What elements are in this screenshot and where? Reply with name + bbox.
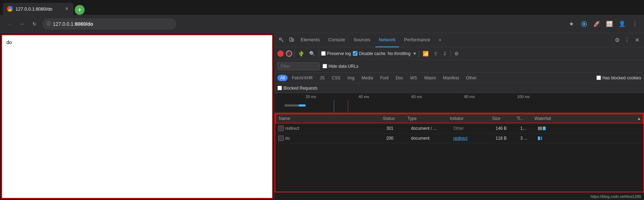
filter-manifest[interactable]: Manifest	[440, 75, 462, 81]
browser-window: 127.0.0.1:8080/do × + ← → ↻ ⓘ 127.0.0.1:…	[0, 0, 644, 200]
filter-wasm[interactable]: Wasm	[421, 75, 439, 81]
url-host: 127.0.0.1:	[53, 21, 75, 27]
reload-button[interactable]: ↻	[30, 19, 39, 29]
row-time-do: 3 ...	[517, 136, 535, 141]
filter-media[interactable]: Media	[359, 75, 376, 81]
timeline-label-20ms: 20 ms	[306, 95, 316, 99]
disable-cache-input[interactable]	[353, 51, 357, 56]
forward-button[interactable]: →	[17, 19, 27, 29]
row-status-do: 200	[384, 136, 408, 141]
row-size-redirect: 146 B	[493, 126, 517, 131]
waterfall-bars-do	[538, 137, 640, 140]
wifi-icon[interactable]: 📶	[421, 50, 430, 57]
col-initiator[interactable]: Initiator	[447, 116, 489, 121]
row-checkbox-redirect[interactable]	[278, 126, 284, 131]
status-bar: https://blog.csdn.net/test1280	[275, 192, 644, 200]
filter-font[interactable]: Font	[377, 75, 391, 81]
throttling-dropdown-arrow[interactable]: ▼	[412, 51, 417, 56]
tab-close-button[interactable]: ×	[65, 5, 69, 13]
filter-icon[interactable]: 🌵	[297, 50, 306, 57]
col-waterfall[interactable]: Waterfall	[532, 116, 636, 121]
separator2	[319, 50, 319, 57]
has-blocked-cookies-input[interactable]	[596, 75, 601, 80]
new-tab-button[interactable]: +	[75, 5, 85, 15]
filter-css[interactable]: CSS	[329, 75, 343, 81]
tab-title: 127.0.0.1:8080/do	[16, 6, 62, 12]
filter-fetch-xhr[interactable]: Fetch/XHR	[289, 75, 315, 81]
row-name-text-redirect: redirect	[285, 126, 299, 131]
filter-all[interactable]: All	[277, 75, 288, 81]
main-area: do Elements Console Sources	[0, 33, 644, 200]
devtools-more-icon[interactable]: ⋮	[623, 36, 631, 44]
row-checkbox-do[interactable]	[278, 135, 284, 141]
upload-icon[interactable]: ⇧	[432, 50, 439, 57]
tab-sources[interactable]: Sources	[350, 33, 374, 47]
filter-bar: Hide data URLs	[275, 60, 644, 73]
wf-blue-bar	[543, 127, 546, 130]
inspect-element-icon[interactable]	[277, 36, 286, 44]
svg-rect-3	[290, 38, 292, 41]
extension-icon1[interactable]	[579, 19, 589, 29]
wf-gray-bar	[538, 127, 542, 130]
import-icon[interactable]: ⚙	[453, 50, 460, 57]
filter-input[interactable]	[277, 62, 320, 70]
devtools-close-button[interactable]: ✕	[633, 36, 641, 44]
timeline-minibar-gray	[284, 104, 299, 107]
row-waterfall-do	[535, 137, 643, 140]
table-row[interactable]: redirect 301 document / ... Other 146 B …	[275, 123, 643, 133]
profile-button[interactable]: 👤	[617, 19, 627, 29]
clear-button[interactable]: 🚫	[286, 50, 292, 57]
type-filter-row: All Fetch/XHR JS CSS Img Media	[275, 73, 644, 83]
col-status[interactable]: Status	[380, 116, 405, 121]
device-toolbar-icon[interactable]	[287, 36, 296, 44]
extensions-button[interactable]: 🪟	[605, 19, 614, 29]
timeline-blue-vline	[334, 100, 334, 113]
preserve-log-label: Preserve log	[327, 51, 351, 56]
url-bar[interactable]: ⓘ 127.0.0.1:8080/do	[42, 18, 176, 30]
tab-console[interactable]: Console	[325, 33, 349, 47]
disable-cache-label: Disable cache	[359, 51, 385, 56]
filter-doc[interactable]: Doc	[393, 75, 406, 81]
preserve-log-checkbox[interactable]: Preserve log	[321, 51, 351, 56]
blocked-requests-input[interactable]	[277, 86, 282, 90]
menu-button[interactable]: ⋮	[630, 19, 640, 29]
has-blocked-cookies-checkbox[interactable]: Has blocked cookies	[596, 75, 641, 80]
wf-blue2-bar	[538, 137, 540, 140]
blocked-requests-checkbox[interactable]: Blocked Requests	[277, 86, 318, 91]
col-size[interactable]: Size	[489, 116, 514, 121]
devtools-settings-icon[interactable]: ⚙	[613, 36, 621, 44]
blocked-requests-label: Blocked Requests	[283, 86, 318, 91]
filter-js[interactable]: JS	[317, 75, 327, 81]
table-row[interactable]: do 200 document redirect 118 B 3 ...	[275, 133, 643, 143]
no-throttling-label: No throttling	[388, 51, 411, 56]
col-time[interactable]: Ti...	[514, 116, 532, 121]
initiator-link-redirect[interactable]: redirect	[453, 136, 467, 141]
search-icon[interactable]: 🔍	[308, 50, 317, 57]
separator3	[419, 50, 419, 57]
tab-performance[interactable]: Performance	[400, 33, 434, 47]
preserve-log-input[interactable]	[321, 51, 326, 56]
extension-icon2[interactable]: 🚀	[592, 19, 602, 29]
tab-more[interactable]: »	[435, 33, 445, 47]
row-size-do: 118 B	[493, 136, 517, 141]
active-tab[interactable]: 127.0.0.1:8080/do ×	[3, 3, 73, 15]
blocked-requests-row: Blocked Requests	[275, 83, 644, 93]
record-button[interactable]	[277, 50, 284, 57]
row-type-do: document	[408, 136, 450, 141]
download-icon[interactable]: ⇩	[441, 50, 448, 57]
row-initiator-do[interactable]: redirect	[450, 136, 493, 141]
tab-elements[interactable]: Elements	[297, 33, 323, 47]
filter-other[interactable]: Other	[463, 75, 479, 81]
disable-cache-checkbox[interactable]: Disable cache	[353, 51, 385, 56]
hide-data-urls-checkbox[interactable]: Hide data URLs	[323, 64, 358, 69]
back-button[interactable]: ←	[4, 19, 14, 29]
filter-img[interactable]: Img	[345, 75, 357, 81]
sort-icon[interactable]: ▲	[636, 116, 643, 121]
filter-ws[interactable]: WS	[407, 75, 420, 81]
col-type[interactable]: Type	[405, 116, 447, 121]
bookmark-icon[interactable]: ★	[566, 19, 576, 29]
tab-network[interactable]: Network	[375, 33, 399, 47]
security-icon: ⓘ	[47, 21, 51, 27]
hide-data-urls-input[interactable]	[323, 64, 327, 68]
col-name[interactable]: Name	[276, 116, 380, 121]
